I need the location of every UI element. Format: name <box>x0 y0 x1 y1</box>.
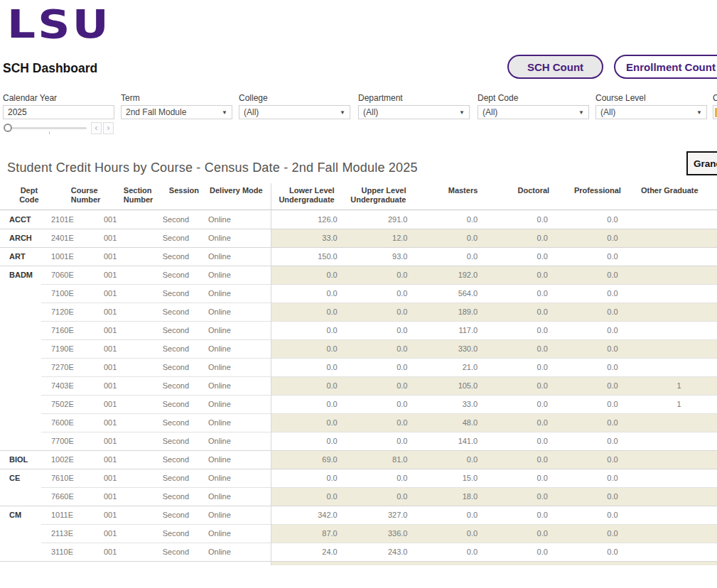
header-section-number[interactable]: Section Number <box>92 183 151 209</box>
cell-session[interactable]: Second <box>152 363 198 371</box>
cell-course-number[interactable]: 7502E <box>41 400 94 408</box>
cell-doctoral[interactable]: 0.0 <box>481 271 551 279</box>
cell-upper-level[interactable]: 336.0 <box>341 529 411 538</box>
cell-section-number[interactable]: 001 <box>94 437 152 445</box>
cell-course-number[interactable]: 7060E <box>41 271 94 279</box>
cell-upper-level[interactable]: 291.0 <box>341 215 411 224</box>
cell-masters[interactable]: 192.0 <box>411 271 481 279</box>
clipped-dropdown[interactable] <box>713 105 717 119</box>
calendar-year-input[interactable] <box>8 107 100 117</box>
cell-doctoral[interactable]: 0.0 <box>481 326 551 334</box>
cell-delivery-mode[interactable]: Online <box>198 418 271 427</box>
cell-section-number[interactable]: 001 <box>94 474 152 482</box>
cell-doctoral[interactable]: 0.0 <box>481 529 551 538</box>
cell-section-number[interactable]: 001 <box>94 400 152 408</box>
cell-session[interactable]: Second <box>152 307 198 316</box>
cell-session[interactable]: Second <box>152 474 198 482</box>
cell-lower-level[interactable]: 0.0 <box>271 381 341 390</box>
cell-masters[interactable]: 330.0 <box>411 344 481 353</box>
table-row[interactable]: 7270E001SecondOnline0.00.021.00.00.0 <box>0 358 717 376</box>
cell-dept-code[interactable]: ACCT <box>0 215 41 224</box>
cell-professional[interactable]: 0.0 <box>551 344 622 353</box>
cell-upper-level[interactable]: 0.0 <box>341 474 411 482</box>
cell-doctoral[interactable]: 0.0 <box>481 400 551 408</box>
cell-delivery-mode[interactable]: Online <box>198 271 271 279</box>
cell-delivery-mode[interactable]: Online <box>198 344 271 353</box>
table-row[interactable]: 7502E001SecondOnline0.00.033.00.00.01 <box>0 395 717 413</box>
cell-other-graduate[interactable]: 1 <box>622 400 717 408</box>
cell-professional[interactable]: 0.0 <box>551 363 622 371</box>
course-level-dropdown[interactable]: (All) ▼ <box>595 105 707 119</box>
cell-lower-level[interactable]: 0.0 <box>271 418 341 427</box>
cell-course-number[interactable]: 1002E <box>41 455 94 464</box>
cell-masters[interactable]: 0.0 <box>411 455 481 464</box>
cell-section-number[interactable]: 001 <box>94 215 152 224</box>
cell-session[interactable]: Second <box>152 437 198 445</box>
table-row[interactable]: CE7610E001SecondOnline0.00.015.00.00.0 <box>0 469 717 487</box>
cell-delivery-mode[interactable]: Online <box>198 492 271 501</box>
cell-masters[interactable]: 0.0 <box>411 252 481 261</box>
chevron-right-icon[interactable]: › <box>103 122 114 134</box>
cell-upper-level[interactable]: 12.0 <box>341 234 411 242</box>
dept-code-dropdown[interactable]: (All) ▼ <box>478 105 589 119</box>
cell-section-number[interactable]: 001 <box>94 363 152 371</box>
cell-session[interactable]: Second <box>152 234 198 242</box>
cell-section-number[interactable]: 001 <box>94 511 152 519</box>
cell-session[interactable]: Second <box>152 492 198 501</box>
header-lower-level[interactable]: Lower Level Undergraduate <box>265 183 337 209</box>
cell-session[interactable]: Second <box>152 381 198 390</box>
cell-section-number[interactable]: 001 <box>94 234 152 242</box>
table-row[interactable]: 2113E001SecondOnline87.0336.00.00.00.0 <box>0 524 717 543</box>
table-row[interactable]: ART1001E001SecondOnline150.093.00.00.00.… <box>0 247 717 266</box>
cell-delivery-mode[interactable]: Online <box>198 511 271 519</box>
header-dept-code[interactable]: Dept Code <box>0 183 40 209</box>
cell-professional[interactable]: 0.0 <box>551 252 622 261</box>
cell-session[interactable]: Second <box>152 344 198 353</box>
cell-professional[interactable]: 0.0 <box>551 289 622 298</box>
cell-delivery-mode[interactable]: Online <box>198 215 271 224</box>
cell-lower-level[interactable]: 0.0 <box>271 326 341 334</box>
cell-masters[interactable]: 48.0 <box>411 418 481 427</box>
cell-lower-level[interactable]: 0.0 <box>271 400 341 408</box>
cell-course-number[interactable]: 7610E <box>41 474 94 482</box>
cell-professional[interactable]: 0.0 <box>551 437 622 445</box>
cell-lower-level[interactable]: 0.0 <box>271 344 341 353</box>
cell-doctoral[interactable]: 0.0 <box>481 418 551 427</box>
cell-masters[interactable]: 0.0 <box>411 215 481 224</box>
cell-section-number[interactable]: 001 <box>94 529 152 538</box>
cell-session[interactable]: Second <box>152 400 198 408</box>
slider-handle[interactable] <box>4 124 12 132</box>
cell-doctoral[interactable]: 0.0 <box>481 215 551 224</box>
cell-professional[interactable]: 0.0 <box>551 492 622 501</box>
cell-dept-code[interactable]: ART <box>0 252 41 261</box>
cell-dept-code[interactable]: BADM <box>0 271 41 279</box>
cell-doctoral[interactable]: 0.0 <box>481 437 551 445</box>
cell-section-number[interactable]: 001 <box>94 548 152 556</box>
grand-total-button[interactable]: Grand Total <box>686 151 717 175</box>
cell-upper-level[interactable]: 0.0 <box>341 400 411 408</box>
cell-upper-level[interactable]: 0.0 <box>341 381 411 390</box>
cell-lower-level[interactable]: 87.0 <box>271 529 341 538</box>
cell-delivery-mode[interactable]: Online <box>198 548 271 556</box>
cell-delivery-mode[interactable]: Online <box>198 455 271 464</box>
cell-course-number[interactable]: 7270E <box>41 363 94 371</box>
cell-lower-level[interactable]: 150.0 <box>271 252 341 261</box>
cell-professional[interactable]: 0.0 <box>551 400 622 408</box>
cell-course-number[interactable]: 7190E <box>41 344 94 353</box>
cell-doctoral[interactable]: 0.0 <box>481 344 551 353</box>
cell-masters[interactable]: 33.0 <box>411 400 481 408</box>
cell-course-number[interactable]: 1011E <box>41 511 94 519</box>
cell-upper-level[interactable]: 0.0 <box>341 363 411 371</box>
header-delivery-mode[interactable]: Delivery Mode <box>196 183 265 209</box>
sch-count-button[interactable]: SCH Count <box>507 55 603 79</box>
cell-course-number[interactable]: 7100E <box>41 289 94 298</box>
cell-section-number[interactable]: 001 <box>94 381 152 390</box>
cell-professional[interactable]: 0.0 <box>551 215 622 224</box>
cell-section-number[interactable]: 001 <box>94 271 152 279</box>
table-row[interactable]: CM1011E001SecondOnline342.0327.00.00.00.… <box>0 506 717 524</box>
table-row[interactable]: 3110E001SecondOnline24.0243.00.00.00.0 <box>0 543 717 561</box>
header-masters[interactable]: Masters <box>408 183 480 209</box>
cell-delivery-mode[interactable]: Online <box>198 437 271 445</box>
cell-lower-level[interactable]: 0.0 <box>271 289 341 298</box>
cell-upper-level[interactable]: 0.0 <box>341 344 411 353</box>
